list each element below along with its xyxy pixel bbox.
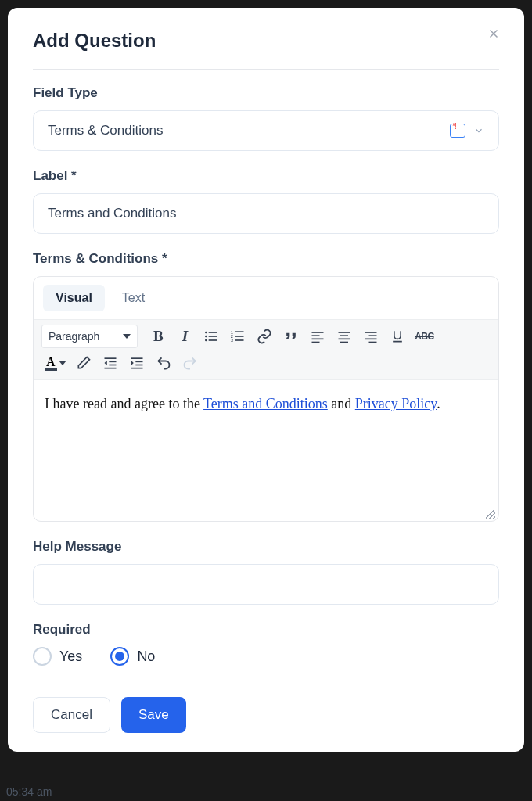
svg-rect-20 (365, 332, 377, 333)
bulleted-list-icon (203, 329, 219, 344)
field-type-select[interactable]: Terms & Conditions (33, 110, 499, 151)
svg-rect-32 (131, 368, 142, 369)
svg-rect-30 (135, 361, 142, 363)
svg-rect-21 (369, 335, 377, 336)
undo-icon (156, 355, 171, 371)
label-field-label: Label * (33, 168, 499, 184)
svg-rect-14 (312, 339, 324, 340)
editor-tabs: Visual Text (34, 277, 498, 311)
numbered-list-icon: 123 (230, 329, 246, 344)
svg-rect-7 (235, 331, 244, 332)
bold-button[interactable]: B (146, 325, 171, 348)
strikethrough-button[interactable]: ABC (412, 325, 437, 348)
required-no-radio[interactable]: No (110, 647, 155, 666)
radio-icon (33, 647, 52, 666)
caret-down-icon (123, 332, 131, 340)
terms-group: Terms & Conditions * Visual Text Paragra… (33, 251, 499, 522)
svg-text:3: 3 (231, 338, 233, 343)
underline-icon (390, 329, 405, 344)
radio-yes-label: Yes (59, 648, 82, 665)
text-color-icon: A (45, 356, 57, 371)
rich-text-editor: Visual Text Paragraph B I 123 (33, 276, 499, 522)
svg-rect-17 (340, 335, 348, 336)
numbered-list-button[interactable]: 123 (225, 325, 250, 348)
editor-toolbar: Paragraph B I 123 (34, 319, 498, 380)
clear-formatting-button[interactable] (71, 351, 96, 375)
save-button[interactable]: Save (121, 697, 186, 733)
tab-visual[interactable]: Visual (43, 285, 105, 311)
privacy-policy-link[interactable]: Privacy Policy (355, 396, 437, 411)
quote-icon (283, 329, 299, 344)
svg-rect-11 (235, 339, 244, 341)
link-icon (257, 329, 272, 344)
svg-rect-23 (369, 342, 377, 343)
svg-point-2 (205, 336, 207, 338)
indent-icon (129, 355, 145, 371)
svg-rect-25 (104, 357, 116, 359)
outdent-icon (102, 355, 118, 371)
outdent-button[interactable] (98, 351, 123, 375)
content-text: I have read and agree to the (45, 396, 203, 411)
align-left-button[interactable] (305, 325, 330, 348)
align-right-button[interactable] (358, 325, 383, 348)
block-format-select[interactable]: Paragraph (41, 325, 138, 348)
svg-rect-1 (209, 332, 217, 333)
svg-rect-5 (209, 339, 217, 341)
svg-rect-18 (339, 339, 350, 340)
undo-button[interactable] (151, 351, 176, 375)
align-right-icon (363, 329, 379, 344)
help-message-group: Help Message (33, 539, 499, 605)
svg-rect-26 (109, 361, 116, 363)
align-center-button[interactable] (332, 325, 357, 348)
svg-rect-22 (365, 339, 377, 340)
required-yes-radio[interactable]: Yes (33, 647, 82, 666)
background-clock: 05:34 am (6, 785, 52, 798)
required-group: Required Yes No (33, 622, 499, 666)
italic-button[interactable]: I (172, 325, 197, 348)
help-message-input[interactable] (33, 564, 499, 605)
tab-text[interactable]: Text (110, 285, 157, 311)
field-type-value: Terms & Conditions (48, 123, 163, 138)
close-button[interactable] (487, 27, 502, 42)
block-format-value: Paragraph (49, 330, 99, 343)
editor-content[interactable]: I have read and agree to the Terms and C… (34, 380, 498, 521)
chevron-down-icon (473, 125, 484, 136)
add-question-modal: Add Question Field Type Terms & Conditio… (8, 8, 524, 752)
link-button[interactable] (252, 325, 277, 348)
modal-title: Add Question (33, 30, 499, 70)
radio-icon (110, 647, 129, 666)
redo-icon (182, 355, 198, 371)
svg-point-0 (205, 332, 207, 334)
svg-rect-29 (131, 357, 142, 359)
label-group: Label * (33, 168, 499, 234)
cancel-button[interactable]: Cancel (33, 697, 110, 733)
svg-rect-31 (135, 365, 142, 366)
content-text: and (328, 396, 355, 411)
svg-rect-16 (339, 332, 350, 333)
bulleted-list-button[interactable] (199, 325, 224, 348)
align-center-icon (336, 329, 352, 344)
svg-rect-9 (235, 336, 244, 337)
underline-button[interactable] (385, 325, 410, 348)
resize-handle[interactable] (486, 510, 495, 519)
svg-rect-3 (209, 336, 217, 337)
field-type-label: Field Type (33, 85, 499, 101)
svg-rect-15 (312, 342, 320, 343)
text-color-button[interactable]: A (41, 354, 70, 372)
indent-button[interactable] (124, 351, 149, 375)
blockquote-button[interactable] (279, 325, 304, 348)
redo-button[interactable] (178, 351, 203, 375)
help-message-label: Help Message (33, 539, 499, 555)
svg-rect-28 (104, 368, 116, 369)
required-label: Required (33, 622, 499, 638)
label-input[interactable] (33, 193, 499, 234)
svg-rect-13 (312, 335, 320, 336)
radio-no-label: No (137, 648, 155, 665)
close-icon (487, 27, 501, 41)
eraser-icon (76, 355, 92, 371)
caret-down-icon (59, 359, 66, 367)
field-type-group: Field Type Terms & Conditions (33, 85, 499, 151)
align-left-icon (310, 329, 325, 344)
modal-footer: Cancel Save (33, 697, 499, 733)
terms-conditions-link[interactable]: Terms and Conditions (203, 396, 328, 411)
